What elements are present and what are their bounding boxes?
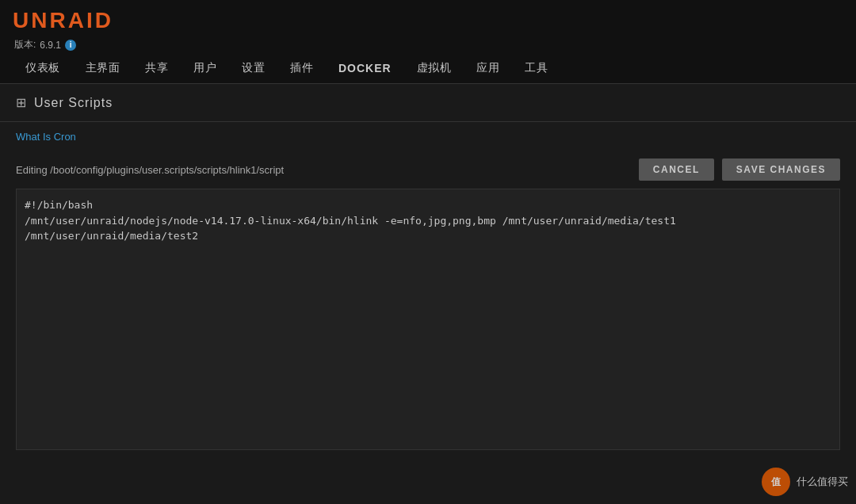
page-title: User Scripts [34,96,113,110]
nav: 仪表板 主界面 共享 用户 设置 插件 DOCKER 虚拟机 应用 工具 [13,55,843,83]
logo-area: UNRAID [13,8,843,33]
watermark: 值 什么值得买 [762,468,848,496]
cancel-button[interactable]: CANCEL [639,158,714,181]
save-changes-button[interactable]: SAVE CHANGES [722,158,840,181]
sidebar-item-plugins[interactable]: 插件 [277,55,326,83]
version-area: 版本: 6.9.1 i [14,38,843,52]
sidebar-item-tools[interactable]: 工具 [512,55,560,83]
sidebar-item-apps[interactable]: 应用 [464,55,512,83]
what-is-cron-link[interactable]: What Is Cron [16,131,76,143]
editor-section: Editing /boot/config/plugins/user.script… [0,151,856,452]
watermark-text: 什么值得买 [797,475,848,489]
page-title-bar: ⊞ User Scripts [0,84,856,122]
sidebar-item-vms[interactable]: 虚拟机 [404,55,464,83]
version-number: 6.9.1 [40,40,61,51]
sidebar-item-main[interactable]: 主界面 [73,55,133,83]
script-editor[interactable] [16,189,840,450]
editor-header: Editing /boot/config/plugins/user.script… [16,151,840,189]
editing-path: Editing /boot/config/plugins/user.script… [16,164,284,176]
sidebar-item-settings[interactable]: 设置 [229,55,277,83]
info-icon[interactable]: i [65,40,76,51]
sidebar-item-shares[interactable]: 共享 [132,55,181,83]
what-is-cron-area: What Is Cron [0,122,856,151]
sidebar-item-dashboard[interactable]: 仪表板 [13,55,73,83]
grid-icon: ⊞ [16,95,26,110]
sidebar-item-docker[interactable]: DOCKER [326,55,404,82]
editing-label: Editing /boot/config/plugins/user.script… [16,164,284,176]
version-label: 版本: [14,38,36,52]
page-content: ⊞ User Scripts What Is Cron Editing /boo… [0,84,856,452]
header: UNRAID 版本: 6.9.1 i 仪表板 主界面 共享 用户 设置 插件 D… [0,0,856,84]
sidebar-item-users[interactable]: 用户 [181,55,229,83]
logo: UNRAID [13,8,113,33]
watermark-icon: 值 [762,468,790,496]
